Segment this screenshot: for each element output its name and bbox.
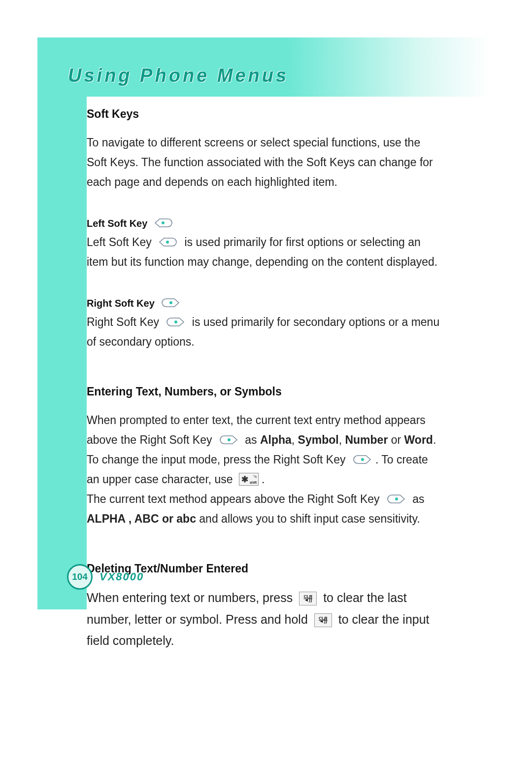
text-fragment: or <box>388 433 404 446</box>
star-sub-top: °/s <box>253 475 257 478</box>
text-fragment: as <box>409 493 425 505</box>
right-soft-key-icon <box>165 317 186 327</box>
clr-label-bottom: ◄)) <box>299 596 316 604</box>
sidebar-color-strip <box>37 37 87 609</box>
left-soft-key-text: Left Soft Key is used primarily for firs… <box>87 232 441 272</box>
text-fragment: , <box>339 433 345 446</box>
page-footer: 104 VX8000 <box>67 564 144 590</box>
text-fragment: Left Soft Key <box>87 236 155 248</box>
clr-label-bottom: ◄)) <box>315 617 332 625</box>
mode-word: Word <box>404 433 433 446</box>
text-fragment: . <box>262 473 265 486</box>
left-soft-key-icon <box>153 217 174 228</box>
text-fragment: When entering text or numbers, press <box>87 591 296 604</box>
right-soft-key-icon <box>386 494 406 504</box>
page-number-badge: 104 <box>67 564 93 590</box>
clr-key-icon: CLR◄)) <box>314 613 332 627</box>
deleting-text-body: When entering text or numbers, press CLR… <box>87 587 441 652</box>
right-soft-key-label: Right Soft Key <box>87 298 155 309</box>
text-fragment: as <box>242 433 260 446</box>
soft-keys-intro: To navigate to different screens or sele… <box>87 133 441 192</box>
text-fragment: Right Soft Key <box>87 316 162 328</box>
left-soft-key-label: Left Soft Key <box>87 218 147 229</box>
mode-number: Number <box>345 433 388 446</box>
heading-soft-keys: Soft Keys <box>87 107 441 121</box>
clr-key-icon: CLR◄)) <box>299 592 317 605</box>
text-fragment: The current text method appears above th… <box>87 493 383 505</box>
right-soft-key-text: Right Soft Key is used primarily for sec… <box>87 312 441 352</box>
mode-alpha: Alpha <box>260 433 292 446</box>
model-label: VX8000 <box>100 570 144 583</box>
text-fragment: , <box>292 433 298 446</box>
star-sub-bottom: shift <box>250 481 257 485</box>
left-soft-key-icon <box>158 237 178 248</box>
star-shift-key-icon: ✱°/sshift <box>239 473 259 486</box>
right-soft-key-icon <box>218 434 239 445</box>
heading-left-soft-key: Left Soft Key <box>87 217 441 229</box>
heading-right-soft-key: Right Soft Key <box>87 297 441 309</box>
heading-entering-text: Entering Text, Numbers, or Symbols <box>87 385 441 398</box>
entering-text-p1: When prompted to enter text, the current… <box>87 410 441 489</box>
right-soft-key-icon <box>352 454 372 465</box>
star-glyph: ✱ <box>241 475 248 484</box>
text-fragment: and allows you to shift input case sensi… <box>196 512 420 525</box>
mode-symbol: Symbol <box>298 433 339 446</box>
entering-text-p2: The current text method appears above th… <box>87 489 441 529</box>
right-soft-key-icon <box>160 297 181 308</box>
mode-case-list: ALPHA , ABC or abc <box>87 512 196 525</box>
page-title: Using Phone Menus <box>68 65 289 86</box>
